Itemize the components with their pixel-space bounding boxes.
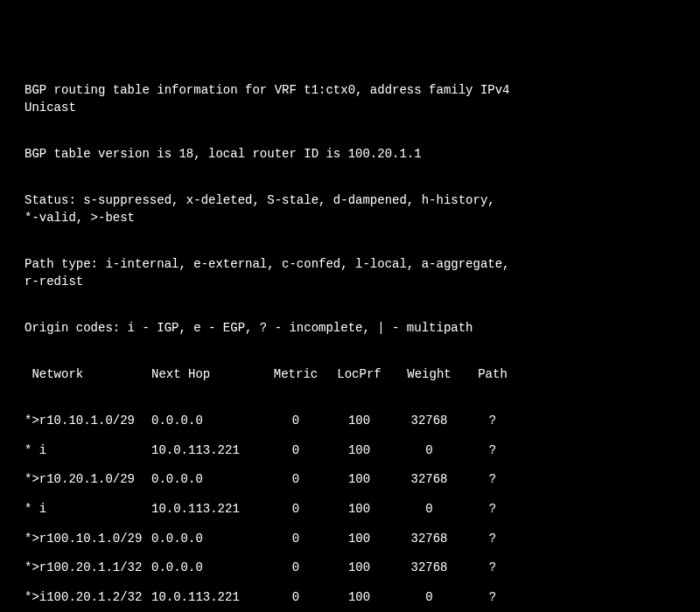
route-metric: 0: [265, 413, 326, 430]
col-locprf-header: LocPrf: [326, 366, 392, 384]
route-weight: 0: [392, 501, 466, 518]
route-row: *>i100.20.1.2/3210.0.113.22101000?: [24, 589, 676, 607]
route-weight: 32768: [392, 413, 466, 430]
route-row: *>r100.10.1.0/290.0.0.0010032768?: [24, 531, 676, 548]
route-network: * i: [24, 442, 151, 460]
route-network: *>r100.20.1.1/32: [24, 560, 151, 577]
route-nexthop: 0.0.0.0: [151, 560, 265, 577]
route-nexthop: 0.0.0.0: [151, 471, 265, 489]
route-metric: 0: [265, 589, 326, 607]
route-path: ?: [466, 471, 519, 489]
route-weight: 0: [392, 442, 466, 460]
route-table-header: NetworkNext HopMetricLocPrfWeightPath: [24, 366, 676, 384]
route-table-body: *>r10.10.1.0/290.0.0.0010032768?* i10.0.…: [24, 413, 676, 612]
route-weight: 32768: [392, 531, 466, 548]
route-nexthop: 10.0.113.221: [151, 589, 265, 607]
bgp-header-vrf: BGP routing table information for VRF t1…: [24, 82, 676, 116]
route-metric: 0: [265, 471, 326, 489]
route-path: ?: [466, 501, 519, 518]
route-network: *>r10.10.1.0/29: [24, 413, 151, 430]
route-locprf: 100: [326, 589, 392, 607]
col-network-header: Network: [24, 366, 151, 384]
route-path: ?: [466, 560, 519, 577]
route-network: *>i100.20.1.2/32: [24, 589, 151, 607]
pathtype-line2: r-redist: [24, 275, 83, 289]
route-locprf: 100: [326, 442, 392, 460]
route-nexthop: 0.0.0.0: [151, 413, 265, 430]
route-weight: 32768: [392, 471, 466, 489]
route-nexthop: 0.0.0.0: [151, 531, 265, 548]
col-path-header: Path: [466, 366, 519, 384]
col-nexthop-header: Next Hop: [151, 366, 265, 384]
header-line2: Unicast: [24, 101, 76, 115]
bgp-pathtype-legend: Path type: i-internal, e-external, c-con…: [24, 256, 676, 290]
route-locprf: 100: [326, 531, 392, 548]
route-locprf: 100: [326, 560, 392, 577]
route-metric: 0: [265, 501, 326, 518]
bgp-status-legend: Status: s-suppressed, x-deleted, S-stale…: [24, 192, 676, 226]
bgp-version: BGP table version is 18, local router ID…: [24, 146, 676, 163]
route-network: * i: [24, 501, 151, 518]
route-nexthop: 10.0.113.221: [151, 442, 265, 460]
route-path: ?: [466, 442, 519, 460]
route-row: * i10.0.113.22101000?: [24, 501, 676, 518]
col-metric-header: Metric: [265, 366, 326, 384]
route-locprf: 100: [326, 501, 392, 518]
route-weight: 32768: [392, 560, 466, 577]
pathtype-line1: Path type: i-internal, e-external, c-con…: [24, 257, 510, 271]
route-locprf: 100: [326, 413, 392, 430]
route-metric: 0: [265, 531, 326, 548]
route-metric: 0: [265, 560, 326, 577]
route-row: * i10.0.113.22101000?: [24, 442, 676, 460]
route-locprf: 100: [326, 471, 392, 489]
route-row: *>r100.20.1.1/320.0.0.0010032768?: [24, 560, 676, 577]
route-path: ?: [466, 531, 519, 548]
route-path: ?: [466, 589, 519, 607]
header-line1: BGP routing table information for VRF t1…: [24, 83, 510, 97]
bgp-origin-legend: Origin codes: i - IGP, e - EGP, ? - inco…: [24, 320, 676, 337]
route-row: *>r10.20.1.0/290.0.0.0010032768?: [24, 471, 676, 489]
route-metric: 0: [265, 442, 326, 460]
route-network: *>r10.20.1.0/29: [24, 471, 151, 489]
route-nexthop: 10.0.113.221: [151, 501, 265, 518]
route-network: *>r100.10.1.0/29: [24, 531, 151, 548]
route-weight: 0: [392, 589, 466, 607]
col-weight-header: Weight: [392, 366, 466, 384]
status-line2: *-valid, >-best: [24, 211, 135, 225]
route-path: ?: [466, 413, 519, 430]
status-line1: Status: s-suppressed, x-deleted, S-stale…: [24, 193, 495, 207]
route-row: *>r10.10.1.0/290.0.0.0010032768?: [24, 413, 676, 430]
